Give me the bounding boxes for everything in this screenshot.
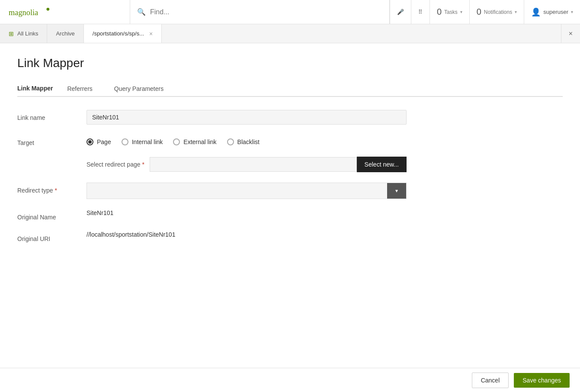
radio-option-page[interactable]: Page (87, 138, 111, 145)
apps-button[interactable]: ⠿ (411, 0, 429, 24)
close-panel-button[interactable]: × (561, 24, 580, 43)
target-field: Page Internal link External link Blackli… (87, 135, 407, 145)
radio-blacklist-label: Blacklist (237, 138, 260, 145)
user-icon: 👤 (531, 7, 541, 17)
select-redirect-input[interactable] (150, 157, 357, 172)
inner-tab-link-mapper-active[interactable]: Link Mapper (17, 80, 53, 96)
redirect-type-row: Redirect type * 301 Permanent 302 Tempor… (17, 183, 407, 199)
tab-archive[interactable]: Archive (47, 24, 83, 43)
user-chevron-icon: ▾ (571, 10, 573, 14)
radio-page-label: Page (97, 138, 111, 145)
footer: Cancel Save changes (0, 368, 580, 392)
original-name-label: Original Name (17, 209, 87, 221)
redirect-required-star: * (54, 187, 57, 194)
link-name-input[interactable] (87, 110, 407, 125)
radio-internal[interactable] (122, 138, 128, 145)
inner-tab-query-parameters[interactable]: Query Parameters (103, 80, 174, 97)
tasks-label: Tasks (444, 9, 458, 15)
radio-blacklist[interactable] (227, 138, 234, 145)
radio-external[interactable] (173, 138, 180, 145)
redirect-type-chevron-button[interactable]: ▾ (387, 183, 406, 199)
tab-detail-close-button[interactable]: × (147, 31, 153, 37)
link-name-label: Link name (17, 110, 87, 121)
original-name-value: SiteNr101 (87, 206, 113, 216)
tab-detail[interactable]: /sportstation/s/sp/s... × (84, 24, 162, 43)
original-uri-row: Original URI //localhost/sportstation/Si… (17, 231, 407, 242)
microphone-icon: 🎤 (397, 9, 404, 15)
original-uri-value: //localhost/sportstation/SiteNr101 (87, 228, 175, 238)
radio-group: Page Internal link External link Blackli… (87, 135, 407, 145)
topbar-actions: 🎤 ⠿ 0 Tasks ▾ 0 Notifications ▾ 👤 superu… (390, 0, 580, 24)
search-input[interactable] (150, 8, 382, 16)
cancel-button[interactable]: Cancel (472, 373, 509, 388)
save-button[interactable]: Save changes (514, 373, 570, 388)
required-star: * (142, 161, 144, 168)
chevron-down-icon: ▾ (395, 188, 398, 194)
svg-text:magnolia: magnolia (9, 8, 38, 16)
original-name-field: SiteNr101 (87, 209, 407, 216)
user-menu-button[interactable]: 👤 superuser ▾ (524, 0, 580, 24)
link-name-field (87, 110, 407, 125)
redirect-type-field: 301 Permanent 302 Temporary ▾ (87, 183, 407, 199)
form-section: Link name Target Page Internal link (17, 110, 407, 242)
target-row: Target Page Internal link External link (17, 135, 407, 146)
select-redirect-row: Select redirect page * Select new... (87, 157, 407, 172)
redirect-type-select-wrapper: 301 Permanent 302 Temporary ▾ (87, 183, 407, 199)
main-content: Link Mapper Link Mapper Referrers Query … (0, 43, 580, 368)
notifications-count: 0 (477, 7, 481, 17)
user-label: superuser (543, 9, 568, 15)
radio-option-blacklist[interactable]: Blacklist (227, 138, 260, 145)
all-links-icon: ⊞ (9, 30, 14, 37)
original-uri-field: //localhost/sportstation/SiteNr101 (87, 231, 407, 238)
notifications-label: Notifications (484, 9, 512, 15)
original-uri-label: Original URI (17, 231, 87, 242)
radio-option-internal[interactable]: Internal link (122, 138, 163, 145)
notifications-button[interactable]: 0 Notifications ▾ (469, 0, 524, 24)
radio-page[interactable] (87, 138, 93, 145)
redirect-type-label: Redirect type * (17, 183, 87, 194)
radio-option-external[interactable]: External link (173, 138, 216, 145)
tasks-count: 0 (437, 7, 442, 17)
tasks-chevron-icon: ▾ (460, 10, 462, 14)
redirect-type-select[interactable]: 301 Permanent 302 Temporary (87, 183, 387, 199)
page-title: Link Mapper (17, 56, 563, 70)
search-icon: 🔍 (137, 8, 146, 16)
notifications-chevron-icon: ▾ (515, 10, 517, 14)
target-label: Target (17, 135, 87, 146)
original-name-row: Original Name SiteNr101 (17, 209, 407, 221)
radio-external-label: External link (183, 138, 216, 145)
inner-tabs: Link Mapper Referrers Query Parameters (17, 80, 563, 97)
link-name-row: Link name (17, 110, 407, 125)
select-new-button[interactable]: Select new... (357, 157, 407, 172)
microphone-button[interactable]: 🎤 (390, 0, 411, 24)
tab-archive-label: Archive (56, 30, 74, 37)
select-redirect-label: Select redirect page * (87, 161, 144, 168)
topbar: magnolia 🔍 🎤 ⠿ 0 Tasks ▾ 0 Notifications… (0, 0, 580, 24)
tab-all-links[interactable]: ⊞ All Links (0, 24, 47, 43)
inner-tab-referrers[interactable]: Referrers (56, 80, 103, 97)
search-area: 🔍 (130, 0, 390, 24)
tabbar: ⊞ All Links Archive /sportstation/s/sp/s… (0, 24, 580, 43)
tab-all-links-label: All Links (17, 30, 38, 37)
apps-icon: ⠿ (418, 9, 423, 15)
tasks-button[interactable]: 0 Tasks ▾ (429, 0, 469, 24)
svg-point-1 (47, 8, 50, 11)
tab-detail-label: /sportstation/s/sp/s... (93, 30, 144, 37)
radio-internal-label: Internal link (132, 138, 163, 145)
logo: magnolia (0, 5, 130, 19)
close-panel-icon: × (569, 30, 573, 38)
